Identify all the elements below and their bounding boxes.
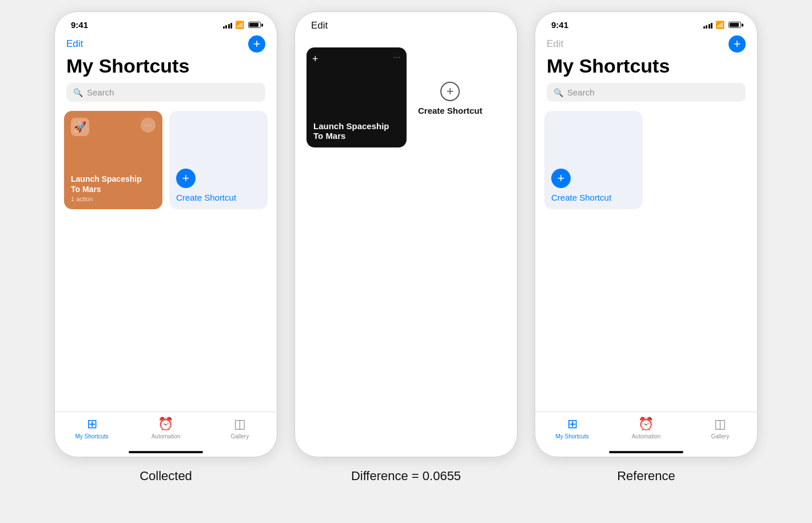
create-shortcut-label: Create Shortcut	[176, 193, 236, 202]
status-icons: 📶	[223, 21, 261, 29]
diff-create-area: + Create Shortcut	[418, 47, 483, 115]
difference-phone: Edit + ··· Launch SpaceshipTo Mars + Cre…	[294, 11, 518, 457]
shortcut-title: Launch SpaceshipTo Mars	[71, 174, 156, 194]
difference-label: Difference = 0.0655	[351, 469, 461, 484]
search-icon: 🔍	[73, 88, 83, 97]
ref-plus-icon: +	[734, 38, 741, 50]
more-options-button[interactable]: ···	[141, 118, 156, 133]
ref-tab-automation[interactable]: ⏰ Automation	[623, 417, 669, 440]
ref-wifi-icon: 📶	[715, 21, 725, 29]
ref-nav-header: Edit +	[535, 33, 757, 53]
shortcuts-grid: 🚀 ··· Launch SpaceshipTo Mars 1 action +…	[55, 111, 277, 310]
diff-create-label: Create Shortcut	[418, 106, 483, 115]
gallery-icon: ◫	[234, 417, 246, 432]
ref-gallery-icon: ◫	[714, 417, 726, 432]
tab-automation-label: Automation	[152, 433, 181, 440]
ref-automation-icon: ⏰	[638, 417, 654, 432]
reference-phone: 9:41 📶 Edit +	[535, 11, 758, 457]
ref-create-plus-icon: +	[551, 169, 571, 188]
nav-header: Edit +	[55, 33, 277, 53]
tab-my-shortcuts-label: My Shortcuts	[75, 433, 108, 440]
my-shortcuts-icon: ⊞	[87, 417, 97, 432]
diff-card-plus-icon: +	[312, 53, 319, 65]
home-indicator	[129, 451, 203, 453]
ref-tab-bar: ⊞ My Shortcuts ⏰ Automation ◫ Gallery	[535, 412, 757, 449]
tab-gallery-label: Gallery	[230, 433, 249, 440]
create-plus-icon: +	[176, 169, 196, 188]
ref-create-shortcut-card[interactable]: + Create Shortcut	[544, 111, 643, 209]
plus-icon: +	[253, 38, 261, 50]
diff-dark-card[interactable]: + ··· Launch SpaceshipTo Mars	[307, 47, 407, 147]
ref-signal-bars-icon	[703, 22, 713, 29]
wifi-icon: 📶	[235, 21, 244, 29]
ref-home-indicator	[609, 451, 683, 453]
tab-bar: ⊞ My Shortcuts ⏰ Automation ◫ Gallery	[55, 412, 277, 449]
collected-item: 9:41 📶 Edit +	[54, 11, 277, 484]
ref-status-icons: 📶	[703, 21, 742, 29]
ref-page-title: My Shortcuts	[535, 53, 757, 83]
ref-edit-button[interactable]: Edit	[547, 38, 563, 50]
ref-tab-gallery-label: Gallery	[711, 433, 729, 440]
collected-phone: 9:41 📶 Edit +	[54, 11, 277, 457]
spacer	[55, 310, 277, 412]
ref-tab-my-shortcuts-label: My Shortcuts	[555, 433, 588, 440]
ref-search-placeholder: Search	[567, 87, 595, 97]
diff-more-btn[interactable]: ···	[393, 53, 401, 61]
card-icon-row: 🚀 ···	[71, 118, 156, 136]
collected-label: Collected	[140, 469, 192, 484]
difference-item: Edit + ··· Launch SpaceshipTo Mars + Cre…	[294, 11, 518, 484]
search-bar[interactable]: 🔍 Search	[66, 83, 265, 102]
automation-icon: ⏰	[158, 417, 173, 432]
signal-bars-icon	[223, 22, 233, 29]
tab-my-shortcuts[interactable]: ⊞ My Shortcuts	[69, 417, 115, 440]
ref-tab-automation-label: Automation	[632, 433, 661, 440]
shortcut-subtitle: 1 action	[71, 195, 156, 202]
ref-shortcuts-grid: + Create Shortcut	[535, 111, 757, 209]
page-title: My Shortcuts	[55, 53, 277, 83]
reference-item: 9:41 📶 Edit +	[535, 11, 758, 484]
diff-create-plus-icon[interactable]: +	[440, 82, 460, 101]
ref-create-shortcut-label: Create Shortcut	[551, 193, 611, 202]
ref-spacer	[535, 209, 757, 412]
tab-gallery[interactable]: ◫ Gallery	[217, 417, 262, 440]
search-placeholder: Search	[87, 87, 114, 97]
diff-nav: Edit	[295, 12, 517, 36]
ref-battery-icon	[729, 22, 741, 28]
ref-search-bar[interactable]: 🔍 Search	[547, 83, 746, 102]
diff-content: + ··· Launch SpaceshipTo Mars + Create S…	[295, 36, 517, 159]
add-button[interactable]: +	[248, 35, 265, 53]
ref-search-icon: 🔍	[554, 88, 563, 97]
rocket-icon: 🚀	[71, 118, 89, 136]
edit-button[interactable]: Edit	[66, 38, 83, 50]
diff-card-title: Launch SpaceshipTo Mars	[313, 121, 400, 141]
ref-tab-my-shortcuts[interactable]: ⊞ My Shortcuts	[550, 417, 595, 440]
reference-label: Reference	[617, 469, 675, 484]
battery-icon	[248, 22, 261, 28]
ref-my-shortcuts-icon: ⊞	[567, 417, 578, 432]
tab-automation[interactable]: ⏰ Automation	[143, 417, 189, 440]
status-bar: 9:41 📶	[55, 12, 277, 33]
ref-add-button[interactable]: +	[729, 35, 746, 53]
launch-spaceship-card[interactable]: 🚀 ··· Launch SpaceshipTo Mars 1 action	[64, 111, 162, 209]
ref-status-bar: 9:41 📶	[535, 12, 757, 33]
create-shortcut-card[interactable]: + Create Shortcut	[169, 111, 268, 209]
comparison-row: 9:41 📶 Edit +	[54, 11, 758, 484]
status-time: 9:41	[71, 20, 88, 30]
ref-tab-gallery[interactable]: ◫ Gallery	[697, 417, 743, 440]
ref-status-time: 9:41	[551, 20, 568, 30]
diff-edit-label: Edit	[311, 20, 328, 31]
